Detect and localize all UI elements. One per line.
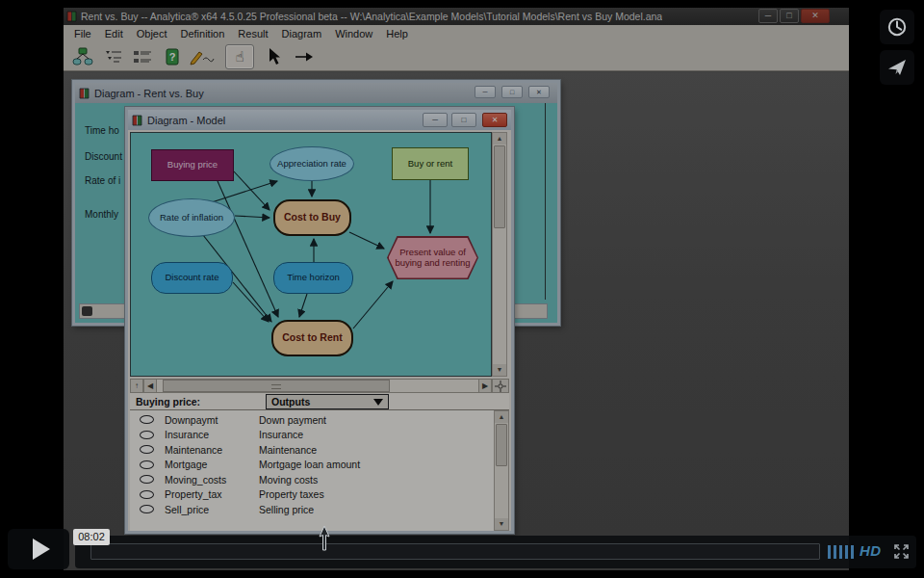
variable-node-icon — [140, 460, 154, 469]
dropdown-value: Outputs — [271, 396, 373, 407]
output-identifier: Sell_price — [165, 504, 259, 515]
progress-bar[interactable] — [90, 543, 820, 560]
menu-edit[interactable]: Edit — [98, 28, 130, 39]
fullscreen-button[interactable] — [894, 544, 909, 563]
app-minimize-button[interactable]: ─ — [758, 9, 778, 23]
video-frame[interactable]: Rent vs. Buy -- Analytica® x64 4.5.0.25 … — [64, 8, 849, 570]
menu-file[interactable]: File — [67, 28, 98, 39]
scroll-down-arrow[interactable]: ▼ — [493, 364, 506, 376]
menu-window[interactable]: Window — [328, 28, 379, 39]
canvas-vertical-scrollbar[interactable]: ▲ ▼ — [492, 132, 507, 377]
output-row-downpaymt[interactable]: DownpaymtDown payment — [130, 412, 494, 427]
chevron-down-icon — [373, 399, 383, 406]
volume-bar[interactable] — [839, 545, 842, 559]
play-button[interactable] — [8, 529, 69, 569]
outputs-list[interactable]: DownpaymtDown paymentInsuranceInsuranceM… — [130, 410, 494, 531]
mw-restore-button[interactable]: □ — [451, 113, 476, 127]
diagram-node-buying_price[interactable]: Buying price — [151, 149, 234, 181]
variable-node-icon — [140, 445, 154, 454]
edit-definition-icon[interactable] — [189, 46, 216, 67]
scroll-left-arrow[interactable]: ◀ — [143, 379, 157, 393]
bw-node-label: Time ho — [85, 125, 119, 136]
scroll-thumb[interactable] — [163, 380, 390, 392]
canvas-horizontal-scrollbar[interactable]: ↑ ◀ ▶ — [130, 379, 509, 393]
mw-minimize-button[interactable]: ─ — [423, 113, 448, 127]
output-title: Mortgage loan amount — [259, 459, 360, 470]
output-identifier: Maintenance — [165, 444, 259, 456]
share-button[interactable] — [880, 50, 914, 85]
arrow-edit-tool[interactable] — [264, 46, 287, 67]
bw-close-button[interactable]: ✕ — [528, 86, 550, 98]
fullscreen-icon — [894, 544, 909, 559]
hand-browse-tool[interactable]: ☝ — [225, 44, 254, 69]
diagram-node-rate_of_inflation[interactable]: Rate of inflation — [148, 198, 235, 237]
hd-badge[interactable]: HD — [860, 542, 882, 559]
output-identifier: Mortgage — [165, 459, 259, 470]
model-titlebar[interactable]: Diagram - Model ─ □ ✕ — [128, 110, 511, 130]
diagram-node-appreciation_rate[interactable]: Appreciation rate — [270, 146, 354, 181]
diagram-node-time_horizon[interactable]: Time horizon — [273, 262, 353, 294]
bw-node-label: Discount — [85, 151, 122, 162]
diagram-node-buy_or_rent[interactable]: Buy or rent — [392, 147, 469, 180]
output-title: Maintenance — [259, 444, 317, 456]
diagram-node-discount_rate[interactable]: Discount rate — [151, 262, 233, 294]
outline-view-icon[interactable] — [102, 46, 125, 67]
rent-vs-buy-title: Diagram - Rent vs. Buy — [94, 88, 204, 99]
app-title: Rent vs. Buy -- Analytica® x64 4.5.0.25 … — [81, 11, 662, 22]
result-arrow-icon[interactable] — [293, 46, 316, 67]
volume-bar[interactable] — [834, 545, 836, 559]
output-identifier: Moving_costs — [165, 474, 259, 486]
variable-node-icon — [140, 431, 154, 439]
object-window-icon[interactable]: ? — [164, 46, 183, 67]
bw-minimize-button[interactable]: ─ — [475, 86, 496, 98]
menu-help[interactable]: Help — [379, 28, 415, 39]
menu-result[interactable]: Result — [231, 28, 274, 39]
output-title: Insurance — [259, 429, 303, 440]
volume-bar[interactable] — [845, 545, 848, 559]
output-row-mortgage[interactable]: MortgageMortgage loan amount — [130, 458, 494, 472]
app-close-button[interactable]: ✕ — [801, 9, 830, 23]
node-hierarchy-icon[interactable] — [71, 46, 94, 67]
volume-bar[interactable] — [851, 545, 854, 559]
watch-later-button[interactable] — [880, 10, 914, 44]
diagram-node-present_value[interactable]: Present value of buying and renting — [387, 236, 478, 279]
volume-control[interactable] — [828, 545, 857, 559]
output-row-maintenance[interactable]: MaintenanceMaintenance — [130, 442, 494, 457]
diagram-node-cost_to_rent[interactable]: Cost to Rent — [271, 320, 353, 356]
attribute-dropdown[interactable]: Outputs — [266, 394, 389, 409]
scroll-thumb[interactable] — [494, 145, 505, 228]
scroll-right-arrow[interactable]: ▶ — [478, 379, 492, 393]
parent-diagram-button[interactable]: ↑ — [130, 379, 143, 393]
output-title: Selling price — [259, 504, 314, 515]
attribute-panel-icon[interactable] — [131, 46, 154, 67]
list-vertical-scrollbar[interactable]: ▲ ▼ — [494, 410, 509, 531]
play-triangle-icon — [33, 539, 50, 560]
zoom-corner-button[interactable] — [492, 379, 509, 393]
output-row-property_tax[interactable]: Property_taxProperty taxes — [130, 487, 494, 502]
scroll-thumb[interactable] — [496, 424, 507, 466]
analytica-logo-icon — [66, 11, 77, 22]
scroll-up-arrow[interactable]: ▲ — [495, 411, 508, 423]
bw-restore-button[interactable]: □ — [501, 86, 523, 98]
scroll-track[interactable] — [157, 379, 478, 393]
video-player: Rent vs. Buy -- Analytica® x64 4.5.0.25 … — [0, 0, 924, 578]
menu-definition[interactable]: Definition — [174, 28, 232, 39]
app-maximize-button[interactable]: □ — [780, 9, 799, 23]
bw-content-edge — [545, 103, 546, 300]
window-model[interactable]: Diagram - Model ─ □ ✕ Buying priceApprec… — [125, 107, 514, 534]
output-row-insurance[interactable]: InsuranceInsurance — [130, 428, 494, 442]
attribute-row: Buying price: Outputs — [130, 393, 509, 410]
scroll-down-arrow[interactable]: ▼ — [495, 518, 508, 530]
rent-vs-buy-titlebar[interactable]: Diagram - Rent vs. Buy ─ □ ✕ — [75, 83, 557, 103]
mw-close-button[interactable]: ✕ — [482, 113, 507, 127]
menu-diagram[interactable]: Diagram — [275, 28, 329, 39]
menu-object[interactable]: Object — [130, 28, 174, 39]
hand-icon: ☝ — [235, 48, 244, 66]
scroll-up-arrow[interactable]: ▲ — [493, 133, 506, 144]
volume-bar[interactable] — [828, 545, 831, 559]
output-row-sell_price[interactable]: Sell_priceSelling price — [130, 502, 494, 516]
model-diagram-canvas[interactable]: Buying priceAppreciation rateBuy or rent… — [130, 132, 492, 377]
mdi-workspace: Diagram - Rent vs. Buy ─ □ ✕ Time hoDisc… — [64, 72, 849, 570]
diagram-node-cost_to_buy[interactable]: Cost to Buy — [273, 199, 351, 236]
output-row-moving_costs[interactable]: Moving_costsMoving costs — [130, 472, 494, 486]
